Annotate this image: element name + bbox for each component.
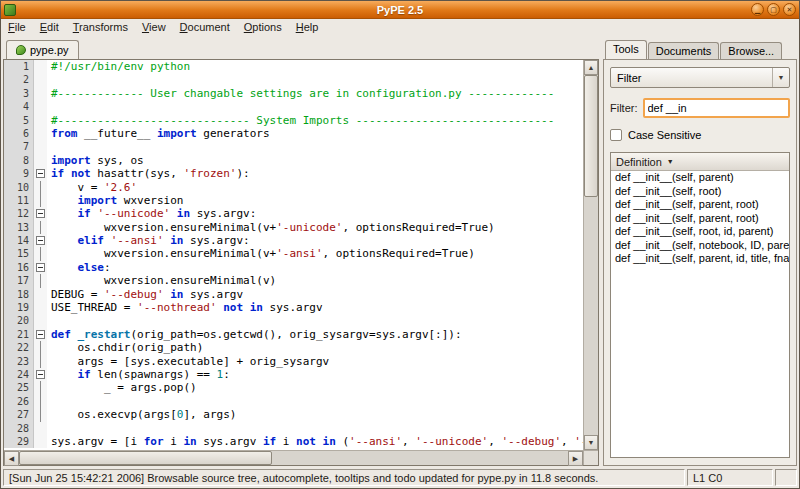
list-item[interactable]: def __init__(self, root, id, parent) (611, 225, 789, 239)
fold-margin (34, 314, 47, 327)
code-line[interactable]: 2 (4, 73, 583, 86)
code-line[interactable]: 17 wxversion.ensureMinimal(v) (4, 274, 583, 287)
scroll-right-icon[interactable]: ▶ (568, 451, 583, 466)
horizontal-scroll-track[interactable] (19, 451, 568, 465)
fold-margin[interactable] (34, 328, 47, 341)
list-item[interactable]: def __init__(self, parent, root) (611, 198, 789, 212)
fold-margin (34, 100, 47, 113)
fold-margin (34, 194, 47, 207)
list-item[interactable]: def __init__(self, notebook, ID, parent) (611, 239, 789, 253)
code-line[interactable]: 7 (4, 140, 583, 153)
document-tab-bar: pype.py (3, 39, 599, 59)
horizontal-scrollbar[interactable]: ◀ ▶ (4, 451, 583, 465)
vertical-scroll-track[interactable] (584, 75, 598, 435)
code-line[interactable]: 18DEBUG = '--debug' in sys.argv (4, 288, 583, 301)
code-line[interactable]: 13 wxversion.ensureMinimal(v+'-unicode',… (4, 221, 583, 234)
code-line[interactable]: 8import sys, os (4, 154, 583, 167)
code-line[interactable]: 10 v = '2.6' (4, 181, 583, 194)
code-line[interactable]: 4 (4, 100, 583, 113)
line-number: 29 (4, 435, 34, 448)
vertical-scrollbar[interactable]: ▲ ▼ (583, 60, 598, 450)
tab-pype-py[interactable]: pype.py (6, 40, 79, 59)
scroll-down-icon[interactable]: ▼ (584, 435, 598, 450)
code-line[interactable]: 3#------------- User changable settings … (4, 87, 583, 100)
vertical-scroll-thumb[interactable] (584, 75, 598, 197)
fold-margin[interactable] (34, 368, 47, 381)
code-editor[interactable]: 1#!/usr/bin/env python23#------------- U… (3, 59, 599, 466)
window-icon[interactable] (4, 4, 16, 16)
side-tab-tools[interactable]: Tools (605, 40, 647, 59)
line-number: 10 (4, 181, 34, 194)
fold-margin[interactable] (34, 167, 47, 180)
filter-input[interactable] (643, 98, 791, 118)
menu-view[interactable]: View (135, 19, 173, 37)
close-button[interactable]: ✕ (783, 3, 796, 16)
chevron-down-icon[interactable]: ▼ (772, 68, 789, 87)
line-number: 28 (4, 422, 34, 435)
scroll-up-icon[interactable]: ▲ (584, 60, 598, 75)
fold-collapse-icon[interactable] (36, 263, 45, 272)
code-lines[interactable]: 1#!/usr/bin/env python23#------------- U… (4, 60, 583, 450)
fold-collapse-icon[interactable] (36, 330, 45, 339)
code-line[interactable]: 12 if '--unicode' in sys.argv: (4, 207, 583, 220)
resize-grip[interactable] (775, 469, 797, 486)
code-line[interactable]: 26 (4, 395, 583, 408)
side-tab-browse[interactable]: Browse... (720, 42, 782, 59)
line-number: 1 (4, 60, 34, 73)
code-line[interactable]: 25 _ = args.pop() (4, 381, 583, 394)
code-line[interactable]: 6from __future__ import generators (4, 127, 583, 140)
code-line[interactable]: 11 import wxversion (4, 194, 583, 207)
definition-list[interactable]: Definition ▼ def __init__(self, parent)d… (610, 152, 790, 458)
code-line[interactable]: 15 wxversion.ensureMinimal(v+'-ansi', op… (4, 247, 583, 260)
code-line[interactable]: 22 os.chdir(orig_path) (4, 341, 583, 354)
code-line[interactable]: 24 if len(spawnargs) == 1: (4, 368, 583, 381)
minimize-button[interactable]: ▁ (751, 3, 764, 16)
code-text: #------------- User changable settings a… (47, 87, 554, 100)
list-item[interactable]: def __init__(self, parent) (611, 171, 789, 185)
code-line[interactable]: 1#!/usr/bin/env python (4, 60, 583, 73)
fold-margin[interactable] (34, 261, 47, 274)
code-text (47, 314, 51, 327)
fold-margin (34, 221, 47, 234)
fold-collapse-icon[interactable] (36, 209, 45, 218)
fold-margin[interactable] (34, 234, 47, 247)
fold-margin (34, 274, 47, 287)
list-item[interactable]: def __init__(self, parent, id, title, fn… (611, 252, 789, 266)
code-line[interactable]: 19USE_THREAD = '--nothread' not in sys.a… (4, 301, 583, 314)
case-sensitive-label: Case Sensitive (628, 129, 701, 141)
case-sensitive-checkbox[interactable] (610, 129, 622, 141)
horizontal-scroll-thumb[interactable] (19, 451, 272, 465)
title-bar[interactable]: PyPE 2.5 ▁ ▢ ✕ (1, 1, 799, 19)
fold-collapse-icon[interactable] (36, 169, 45, 178)
code-line[interactable]: 5#----------------------------- System I… (4, 114, 583, 127)
list-item[interactable]: def __init__(self, parent, root) (611, 212, 789, 226)
code-line[interactable]: 9if not hasattr(sys, 'frozen'): (4, 167, 583, 180)
code-line[interactable]: 27 os.execvp(args[0], args) (4, 408, 583, 421)
list-item[interactable]: def __init__(self, root) (611, 185, 789, 199)
scroll-left-icon[interactable]: ◀ (4, 451, 19, 466)
side-tab-bar: ToolsDocumentsBrowse... (603, 39, 797, 59)
menu-transforms[interactable]: Transforms (66, 19, 135, 37)
code-line[interactable]: 21def _restart(orig_path=os.getcwd(), or… (4, 328, 583, 341)
side-tab-documents[interactable]: Documents (648, 42, 720, 59)
code-line[interactable]: 23 args = [sys.executable] + orig_sysarg… (4, 355, 583, 368)
code-line[interactable]: 16 else: (4, 261, 583, 274)
menu-help[interactable]: Help (289, 19, 326, 37)
fold-collapse-icon[interactable] (36, 370, 45, 379)
menu-file[interactable]: File (1, 19, 33, 37)
code-line[interactable]: 28 (4, 422, 583, 435)
code-line[interactable]: 29sys.argv = [i for i in sys.argv if i n… (4, 435, 583, 448)
filter-combobox[interactable]: Filter ▼ (610, 67, 790, 88)
fold-collapse-icon[interactable] (36, 236, 45, 245)
line-number: 27 (4, 408, 34, 421)
app-window: PyPE 2.5 ▁ ▢ ✕ FileEditTransformsViewDoc… (0, 0, 800, 489)
menu-document[interactable]: Document (173, 19, 237, 37)
fold-margin (34, 395, 47, 408)
code-line[interactable]: 20 (4, 314, 583, 327)
maximize-button[interactable]: ▢ (767, 3, 780, 16)
menu-edit[interactable]: Edit (33, 19, 66, 37)
definition-column-header[interactable]: Definition ▼ (611, 153, 789, 171)
menu-options[interactable]: Options (237, 19, 289, 37)
fold-margin[interactable] (34, 207, 47, 220)
code-line[interactable]: 14 elif '--ansi' in sys.argv: (4, 234, 583, 247)
